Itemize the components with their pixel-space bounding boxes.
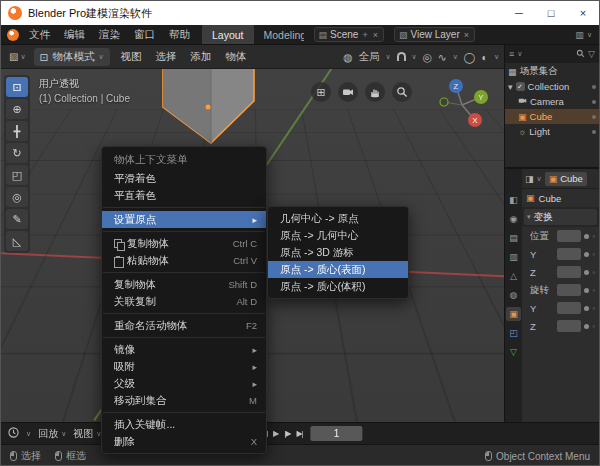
animate-dot-icon[interactable] [584,252,589,257]
proportional-edit-icon[interactable]: ◎ [423,51,432,63]
menu-item-duplicate-objects[interactable]: 复制物体 Shift D [102,276,266,293]
outliner-row-collection[interactable]: ▾ ✓ Collection [505,79,599,94]
outliner-editor-icon[interactable]: ≡ [509,49,514,59]
menu-item-shade-flat[interactable]: 平直着色 [102,187,266,204]
play-button[interactable]: ▶ [273,429,278,438]
ortho-grid-icon[interactable]: ⊞ [311,82,331,102]
menu-item-set-origin[interactable]: 设置原点 ▸ [102,211,266,228]
outliner-row-camera[interactable]: Camera [505,94,599,109]
next-keyframe-button[interactable]: |▶ [284,429,290,438]
menu-item-rename-active[interactable]: 重命名活动物体 F2 [102,317,266,334]
close-button[interactable]: × [567,1,599,25]
properties-tab-output[interactable]: ▤ [506,231,521,245]
location-y-field[interactable] [557,248,581,260]
menu-render[interactable]: 渲染 [92,25,127,44]
properties-tab-modifiers[interactable]: ◰ [506,326,521,340]
zoom-icon[interactable] [392,82,412,102]
rotation-y-field[interactable] [557,302,581,314]
maximize-button[interactable]: □ [535,1,567,25]
lock-icon[interactable]: ◦ [592,232,595,241]
shading-wireframe-icon[interactable]: ◯ [464,51,476,63]
view-layer-selector[interactable]: ▧ View Layer × [394,27,475,42]
submenu-item-origin-to-geometry[interactable]: 原点 -> 几何中心 [268,227,408,244]
menu-item-duplicate-linked[interactable]: 关联复制 Alt D [102,293,266,310]
transform-tool[interactable]: ◎ [6,187,28,207]
lock-icon[interactable]: ◦ [592,304,595,313]
interaction-mode-selector[interactable]: ⊡ 物体模式 ∨ [34,48,110,66]
scale-tool[interactable]: ◰ [6,165,28,185]
lock-icon[interactable]: ◦ [592,286,595,295]
visibility-toggle-icon[interactable] [592,130,596,134]
editor-type-selector[interactable]: ▧ ∨ [6,51,29,62]
visibility-toggle-icon[interactable] [592,85,596,89]
properties-tab-tool[interactable]: ◧ [506,193,521,207]
viewport-menu-object[interactable]: 物体 [220,50,253,64]
cube-object[interactable] [161,69,256,153]
timeline-menu-view[interactable]: 视图 ∨ [73,427,101,441]
lock-icon[interactable]: ◦ [592,268,595,277]
rotation-z-field[interactable] [557,320,581,332]
transform-section-header[interactable]: ▾ 变换 [524,209,597,225]
animate-dot-icon[interactable] [584,234,589,239]
timeline-editor-icon[interactable] [8,427,19,440]
outliner-row-light[interactable]: ☼ Light [505,124,599,139]
submenu-item-origin-to-center-of-mass-volume[interactable]: 原点 -> 质心(体积) [268,278,408,295]
shading-solid-icon[interactable]: ◐ [482,51,488,63]
scene-selector[interactable]: ▤ Scene + × [314,27,384,42]
menu-file[interactable]: 文件 [22,25,57,44]
new-scene-button[interactable]: + [361,30,368,40]
timeline-menu-playback[interactable]: 回放 ∨ [38,427,66,441]
measure-tool[interactable]: ◺ [6,231,28,251]
properties-tab-render[interactable]: ◉ [506,212,521,226]
properties-tab-scene[interactable]: △ [506,269,521,283]
animate-dot-icon[interactable] [584,324,589,329]
menu-window[interactable]: 窗口 [127,25,162,44]
unlink-view-layer-button[interactable]: × [463,30,470,40]
menu-item-delete[interactable]: 删除 X [102,433,266,450]
expand-icon[interactable]: ▾ [508,82,513,92]
navigation-gizmo[interactable]: Z Y X [434,75,492,137]
current-frame-field[interactable]: 1 [311,426,363,441]
rotation-x-field[interactable] [557,284,581,296]
viewport-menu-select[interactable]: 选择 [150,50,183,64]
menu-edit[interactable]: 编辑 [57,25,92,44]
viewport-menu-add[interactable]: 添加 [185,50,218,64]
submenu-item-origin-to-center-of-mass-surface[interactable]: 原点 -> 质心(表面) [268,261,408,278]
animate-dot-icon[interactable] [584,270,589,275]
lock-icon[interactable]: ◦ [592,250,595,259]
properties-tab-data[interactable]: ▽ [506,345,521,359]
id-selector[interactable]: ▣ Cube [545,172,587,186]
menu-item-snap[interactable]: 吸附 ▸ [102,358,266,375]
select-box-tool[interactable]: ⊡ [6,77,28,97]
properties-tab-view-layer[interactable]: ▥ [506,250,521,264]
location-z-field[interactable] [557,266,581,278]
rotate-tool[interactable]: ↻ [6,143,28,163]
menu-help[interactable]: 帮助 [162,25,197,44]
collection-checkbox[interactable]: ✓ [516,82,525,91]
outliner-row-cube[interactable]: ▣ Cube [505,109,599,124]
camera-view-icon[interactable] [338,82,358,102]
visibility-toggle-icon[interactable] [592,100,596,104]
pan-hand-icon[interactable] [365,82,385,102]
annotate-tool[interactable]: ✎ [6,209,28,229]
properties-tab-world[interactable]: ◍ [506,288,521,302]
render-display-control[interactable]: ▥ ∨ [575,30,592,40]
properties-editor-icon[interactable]: ◨ [525,174,534,184]
properties-tab-object[interactable]: ▣ [506,307,521,321]
menu-item-copy-objects[interactable]: 复制物体 Ctrl C [102,235,266,252]
falloff-icon[interactable]: ∿ [438,51,447,63]
submenu-item-origin-to-3d-cursor[interactable]: 原点 -> 3D 游标 [268,244,408,261]
blender-menu-icon[interactable] [7,29,19,41]
jump-end-button[interactable]: ▶| [296,429,302,438]
workspace-tab-modeling[interactable]: Modeling [254,25,304,44]
menu-item-move-to-collection[interactable]: 移动到集合 M [102,392,266,409]
menu-item-shade-smooth[interactable]: 平滑着色 [102,170,266,187]
animate-dot-icon[interactable] [584,288,589,293]
cursor-tool[interactable]: ⊕ [6,99,28,119]
workspace-tab-layout[interactable]: Layout [202,25,254,44]
filter-icon[interactable]: ▽ [588,49,595,59]
transform-orientation-selector[interactable]: 全局 [358,50,379,64]
menu-item-parent[interactable]: 父级 ▸ [102,375,266,392]
snap-magnet-icon[interactable] [397,52,406,61]
menu-item-insert-keyframe[interactable]: 插入关键帧... [102,416,266,433]
